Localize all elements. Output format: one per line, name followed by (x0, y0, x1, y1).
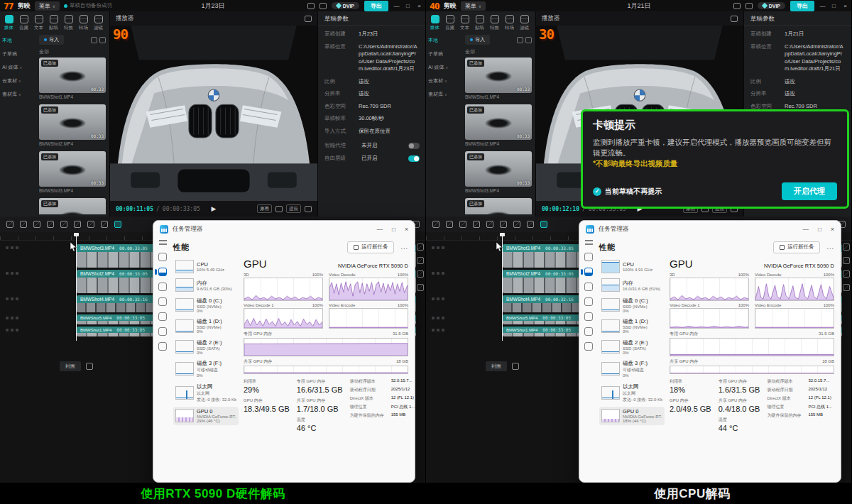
fit-selector[interactable]: 适应 (286, 204, 301, 213)
media-tab[interactable]: 贴纸 (47, 15, 60, 31)
timeline-tool-icon[interactable] (540, 221, 547, 228)
run-new-task-button[interactable]: 运行新任务 (773, 241, 821, 253)
mute-icon[interactable] (442, 317, 444, 319)
lock-icon[interactable] (6, 272, 9, 275)
lock-icon[interactable] (432, 317, 435, 319)
tm-rail-icon[interactable] (585, 240, 593, 246)
media-sidebar-item[interactable]: 云素材∨ (428, 77, 459, 84)
tm-minimize-button[interactable]: — (802, 226, 809, 233)
tm-sidebar-item[interactable]: 内存 16.0/31.6 GB (51%) (599, 277, 665, 294)
hide-icon[interactable] (11, 272, 13, 275)
close-button[interactable]: × (842, 3, 848, 9)
track-controls[interactable] (0, 314, 24, 324)
lock-icon[interactable] (432, 246, 435, 249)
tm-sidebar-item[interactable]: 磁盘 3 (F:) 可移动磁盘 0% (173, 358, 239, 380)
tm-close-button[interactable]: × (831, 226, 834, 233)
timeline-tool-icon[interactable] (101, 221, 108, 228)
media-sidebar-item[interactable]: 子草稿 (2, 50, 33, 57)
tm-sidebar-item[interactable]: 磁盘 1 (D:) SSD (NVMe) 0% (599, 317, 665, 336)
track-controls[interactable] (426, 295, 450, 312)
maximize-button[interactable]: □ (831, 3, 837, 9)
tm-sidebar-item[interactable]: GPU 0 NVIDIA GeForce RT... 18% (44 °C) (599, 407, 665, 425)
media-tab[interactable]: 文本 (458, 15, 471, 31)
track-controls[interactable] (0, 295, 24, 312)
media-thumbnail[interactable]: 已添加 00:33 BMWShot1.MP4 (465, 57, 532, 99)
hide-icon[interactable] (437, 272, 439, 275)
zoom-out-icon[interactable] (843, 257, 850, 264)
import-button[interactable]: 导入 (39, 35, 64, 45)
mirror-preview-icon[interactable] (275, 206, 283, 212)
timeline-tool-icon[interactable] (500, 221, 507, 228)
enable-proxy-button[interactable]: 开启代理 (782, 182, 837, 200)
tm-sidebar-item[interactable]: GPU 0 NVIDIA GeForce RT... 29% (46 °C) (173, 407, 239, 425)
hide-icon[interactable] (11, 329, 13, 332)
minimize-button[interactable]: — (393, 3, 400, 9)
lock-icon[interactable] (432, 272, 435, 275)
more-options-button[interactable]: ... (826, 243, 834, 251)
hide-icon[interactable] (11, 297, 13, 300)
lock-icon[interactable] (6, 246, 9, 249)
mute-icon[interactable] (442, 246, 444, 249)
chart-label-3d[interactable]: 3D (670, 273, 675, 277)
timeline-tool-icon[interactable] (74, 221, 81, 228)
chart-label-3d[interactable]: 3D (244, 273, 249, 277)
cover-button[interactable]: 封面 (60, 361, 81, 371)
timeline-tool-icon[interactable] (527, 221, 534, 228)
tm-sidebar-item[interactable]: 磁盘 0 (C:) SSD (NVMe) 0% (599, 295, 665, 314)
media-tab[interactable]: 媒体 (428, 15, 442, 31)
tm-rail-icon[interactable] (158, 312, 167, 321)
tm-rail-icon[interactable] (584, 253, 593, 261)
tm-maximize-button[interactable]: □ (818, 226, 821, 233)
zoom-out-icon[interactable] (417, 257, 424, 264)
hide-icon[interactable] (11, 246, 13, 249)
timeline-tool-icon[interactable] (6, 221, 13, 228)
tm-rail-icon[interactable] (158, 327, 167, 336)
hide-icon[interactable] (437, 297, 439, 300)
toggle-switch[interactable] (408, 143, 420, 149)
lock-icon[interactable] (432, 297, 435, 300)
media-tab[interactable]: 滤镜 (92, 15, 105, 31)
tm-rail-icon[interactable] (584, 297, 593, 306)
track-controls[interactable] (0, 244, 24, 268)
run-new-task-button[interactable]: 运行新任务 (347, 241, 395, 253)
zoom-in-icon[interactable] (843, 243, 850, 251)
media-thumbnail[interactable]: 已添加 00:33 BMWShot1.MP4 (39, 57, 106, 99)
mute-icon[interactable] (16, 297, 18, 300)
tm-rail-icon[interactable] (158, 268, 167, 276)
track-height-icon[interactable] (417, 284, 424, 291)
track-controls[interactable] (426, 244, 450, 268)
tm-rail-icon[interactable] (584, 327, 593, 336)
tm-rail-icon[interactable] (158, 342, 167, 351)
chart-label-video-decode1[interactable]: Video Decode 1 (670, 303, 700, 307)
minimize-button[interactable]: — (819, 3, 826, 9)
chart-label-video-decode[interactable]: Video Decode (755, 273, 782, 277)
hide-icon[interactable] (437, 317, 439, 319)
tm-close-button[interactable]: × (405, 226, 408, 233)
timeline-tool-icon[interactable] (20, 221, 27, 228)
chart-label-video-encode[interactable]: Video Encode (329, 303, 355, 307)
tm-rail-icon[interactable] (158, 297, 167, 306)
chart-label-video-decode[interactable]: Video Decode (329, 273, 356, 277)
filter-icon[interactable] (525, 37, 532, 43)
tm-rail-icon[interactable] (584, 312, 593, 321)
tm-sidebar-item[interactable]: 磁盘 2 (E:) SSD (SATA) 0% (173, 337, 239, 356)
more-options-button[interactable]: ... (400, 243, 408, 251)
sort-icon[interactable] (517, 37, 523, 43)
mute-icon[interactable] (442, 297, 444, 300)
tm-sidebar-item[interactable]: 磁盘 3 (F:) 可移动磁盘 0% (599, 358, 665, 380)
mute-icon[interactable] (442, 272, 444, 275)
track-controls[interactable] (426, 314, 450, 324)
vip-badge[interactable]: DVIP (332, 2, 359, 9)
maximize-button[interactable]: □ (405, 3, 411, 9)
track-controls[interactable] (0, 327, 24, 336)
tm-sidebar-item[interactable]: 内存 9.6/31.6 GB (30%) (173, 277, 239, 294)
vip-badge[interactable]: DVIP (758, 2, 785, 9)
fullscreen-icon[interactable] (305, 206, 312, 212)
tm-sidebar-item[interactable]: CPU 100% 4.91 GHz (599, 258, 665, 275)
track-height-icon[interactable] (843, 284, 850, 291)
media-thumbnail[interactable]: 已添加 00:33 BMWShot2.MP4 (39, 104, 106, 146)
lock-icon[interactable] (6, 297, 9, 300)
timeline-tool-icon[interactable] (114, 221, 121, 228)
tm-rail-icon[interactable] (584, 342, 593, 351)
tm-rail-icon[interactable] (158, 253, 167, 261)
